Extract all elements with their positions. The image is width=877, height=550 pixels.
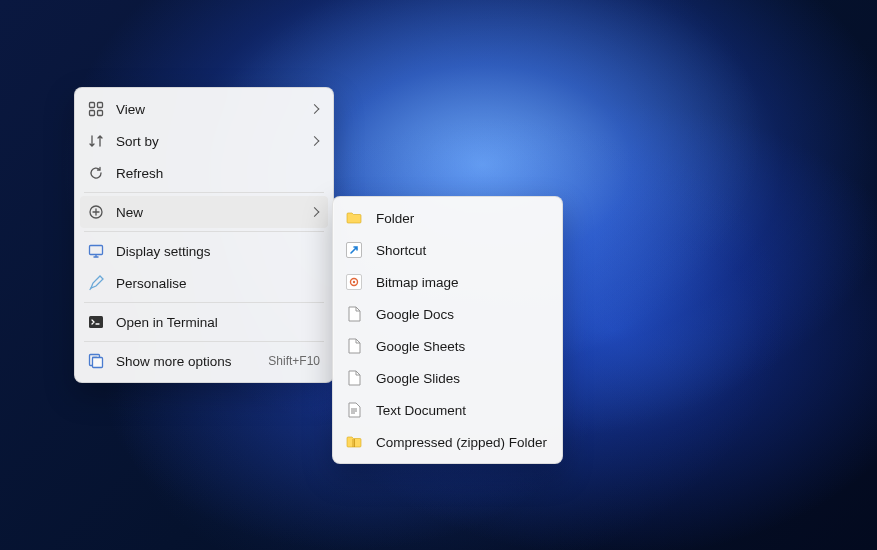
bitmap-image-icon <box>346 274 362 290</box>
svg-rect-8 <box>93 358 103 368</box>
svg-rect-6 <box>89 316 103 328</box>
shortcut-icon <box>346 242 362 258</box>
submenu-item-google-sheets[interactable]: Google Sheets <box>338 330 557 362</box>
menu-item-label: View <box>116 102 145 117</box>
view-icon <box>88 101 104 117</box>
submenu-item-label: Google Docs <box>376 307 454 322</box>
submenu-item-text-document[interactable]: Text Document <box>338 394 557 426</box>
svg-rect-0 <box>90 103 95 108</box>
menu-item-display-settings[interactable]: Display settings <box>80 235 328 267</box>
menu-item-label: New <box>116 205 143 220</box>
desktop-context-menu: View Sort by Refresh New Display setting… <box>74 87 334 383</box>
personalise-icon <box>88 275 104 291</box>
text-document-icon <box>346 402 362 418</box>
submenu-item-bitmap-image[interactable]: Bitmap image <box>338 266 557 298</box>
menu-separator <box>84 302 324 303</box>
menu-item-new[interactable]: New <box>80 196 328 228</box>
display-settings-icon <box>88 243 104 259</box>
submenu-item-label: Text Document <box>376 403 466 418</box>
svg-rect-5 <box>90 246 103 255</box>
menu-item-open-in-terminal[interactable]: Open in Terminal <box>80 306 328 338</box>
svg-rect-2 <box>90 111 95 116</box>
menu-item-label: Display settings <box>116 244 211 259</box>
menu-item-show-more-options[interactable]: Show more options Shift+F10 <box>80 345 328 377</box>
refresh-icon <box>88 165 104 181</box>
show-more-options-icon <box>88 353 104 369</box>
svg-rect-1 <box>98 103 103 108</box>
folder-icon <box>346 210 362 226</box>
new-icon <box>88 204 104 220</box>
terminal-icon <box>88 314 104 330</box>
submenu-item-label: Folder <box>376 211 414 226</box>
submenu-item-compressed-folder[interactable]: Compressed (zipped) Folder <box>338 426 557 458</box>
submenu-item-label: Shortcut <box>376 243 426 258</box>
submenu-item-label: Google Slides <box>376 371 460 386</box>
submenu-item-google-slides[interactable]: Google Slides <box>338 362 557 394</box>
menu-item-label: Refresh <box>116 166 163 181</box>
svg-point-10 <box>353 281 355 283</box>
compressed-folder-icon <box>346 434 362 450</box>
menu-item-view[interactable]: View <box>80 93 328 125</box>
menu-item-personalise[interactable]: Personalise <box>80 267 328 299</box>
new-submenu: Folder Shortcut Bitmap image Google Docs… <box>332 196 563 464</box>
menu-item-label: Show more options <box>116 354 232 369</box>
menu-item-sort-by[interactable]: Sort by <box>80 125 328 157</box>
submenu-item-label: Google Sheets <box>376 339 465 354</box>
google-docs-icon <box>346 306 362 322</box>
menu-separator <box>84 341 324 342</box>
menu-item-shortcut: Shift+F10 <box>268 354 320 368</box>
submenu-item-google-docs[interactable]: Google Docs <box>338 298 557 330</box>
menu-separator <box>84 192 324 193</box>
google-sheets-icon <box>346 338 362 354</box>
menu-separator <box>84 231 324 232</box>
google-slides-icon <box>346 370 362 386</box>
sort-by-icon <box>88 133 104 149</box>
submenu-item-folder[interactable]: Folder <box>338 202 557 234</box>
menu-item-refresh[interactable]: Refresh <box>80 157 328 189</box>
svg-rect-3 <box>98 111 103 116</box>
menu-item-label: Personalise <box>116 276 187 291</box>
submenu-item-label: Bitmap image <box>376 275 459 290</box>
menu-item-label: Open in Terminal <box>116 315 218 330</box>
menu-item-label: Sort by <box>116 134 159 149</box>
submenu-item-shortcut[interactable]: Shortcut <box>338 234 557 266</box>
submenu-item-label: Compressed (zipped) Folder <box>376 435 547 450</box>
